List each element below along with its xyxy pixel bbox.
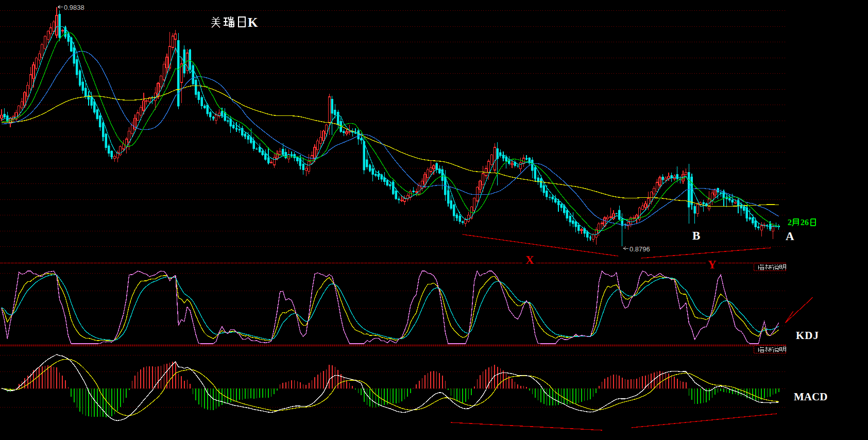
svg-text:A: A: [786, 230, 794, 243]
svg-text:MACD: MACD: [794, 391, 827, 403]
svg-text:X: X: [525, 253, 534, 266]
svg-text:0.8796: 0.8796: [629, 245, 650, 253]
svg-text:B: B: [692, 229, 700, 242]
svg-text:K: K: [248, 15, 258, 29]
svg-text:0.9838: 0.9838: [64, 4, 84, 11]
svg-text:KDJ: KDJ: [796, 329, 819, 342]
svg-text:2: 2: [788, 218, 792, 227]
svg-text:Y: Y: [708, 258, 717, 271]
svg-text:26: 26: [801, 218, 809, 227]
